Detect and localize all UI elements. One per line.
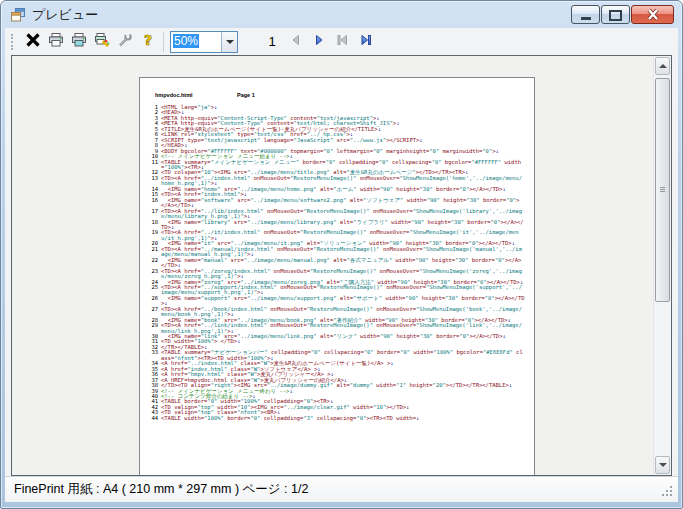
resize-grip[interactable]	[662, 486, 674, 498]
close-icon	[644, 7, 662, 22]
printer-pages-icon	[71, 32, 87, 51]
close-button[interactable]	[631, 5, 674, 24]
help-button[interactable]: ?	[136, 31, 159, 53]
zoom-value[interactable]: 50%	[171, 32, 221, 52]
toolbar-grip[interactable]	[11, 34, 16, 50]
minimize-button[interactable]	[571, 5, 600, 24]
caption-buttons	[571, 5, 674, 24]
printer-settings-icon	[94, 32, 110, 51]
toolbar-separator	[163, 32, 164, 52]
client-area: ? 50% 1	[5, 28, 678, 502]
first-page-button[interactable]	[330, 31, 353, 53]
x-icon	[25, 32, 41, 51]
code-lines: 1<HTML lang="ja">↓2<HEAD>↓3<META http-eq…	[147, 105, 525, 421]
document-page: hmpvdoc.html Page 1 1<HTML lang="ja">↓2<…	[139, 77, 535, 476]
triangle-down-icon	[659, 463, 667, 471]
scroll-down-button[interactable]	[655, 456, 670, 474]
triangle-up-icon	[659, 60, 667, 68]
bar-triangle-left-icon	[335, 33, 349, 50]
question-mark-icon: ?	[140, 32, 156, 51]
print-settings-button[interactable]	[90, 31, 113, 53]
maximize-icon	[609, 10, 622, 21]
chevron-down-icon	[226, 40, 234, 48]
last-page-button[interactable]	[353, 31, 376, 53]
page-header-pagenum: Page 1	[237, 92, 255, 98]
vertical-scrollbar[interactable]	[653, 56, 671, 475]
page-header-filename: hmpvdoc.html	[155, 92, 193, 98]
preview-area: hmpvdoc.html Page 1 1<HTML lang="ja">↓2<…	[11, 55, 672, 476]
svg-text:?: ?	[143, 32, 151, 48]
printer-icon	[48, 32, 64, 51]
zoom-combobox[interactable]: 50%	[170, 31, 238, 53]
triangle-right-bar-icon	[358, 33, 372, 50]
next-page-button[interactable]	[307, 31, 330, 53]
wrench-icon	[117, 32, 133, 51]
status-text: FinePrint 用紙 : A4 ( 210 mm * 297 mm ) ペー…	[14, 481, 308, 498]
page-header: hmpvdoc.html Page 1	[155, 92, 355, 98]
window-title: プレビュー	[32, 6, 98, 24]
minimize-icon	[581, 17, 591, 20]
code-line: 44<TABLE width="100%" border="0" cellpad…	[147, 416, 525, 421]
close-preview-button[interactable]	[21, 31, 44, 53]
scroll-thumb[interactable]	[655, 78, 670, 302]
page-number-label: 1	[266, 34, 278, 49]
triangle-right-icon	[312, 33, 326, 50]
print-copy-button[interactable]	[67, 31, 90, 53]
previous-page-button[interactable]	[284, 31, 307, 53]
triangle-left-icon	[289, 33, 303, 50]
maximize-button[interactable]	[601, 5, 630, 24]
scroll-up-button[interactable]	[655, 57, 670, 75]
toolbar: ? 50% 1	[5, 28, 678, 55]
app-icon	[10, 7, 26, 23]
print-button[interactable]	[44, 31, 67, 53]
zoom-dropdown-button[interactable]	[221, 32, 237, 52]
preview-window: プレビュー	[0, 0, 683, 509]
settings-button[interactable]	[113, 31, 136, 53]
status-bar: FinePrint 用紙 : A4 ( 210 mm * 297 mm ) ペー…	[5, 476, 678, 502]
